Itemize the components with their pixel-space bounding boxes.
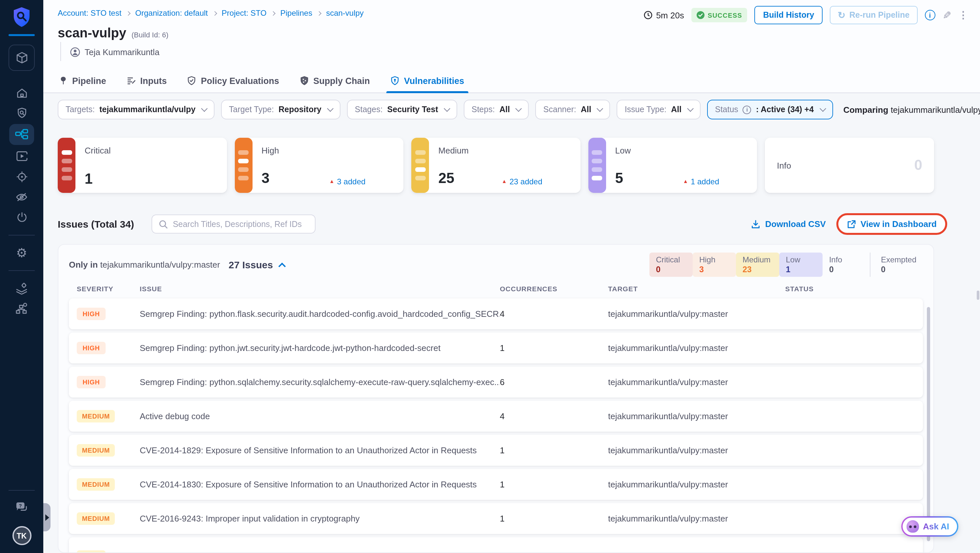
- breadcrumb-organization[interactable]: Organization: default: [135, 8, 208, 18]
- search-box[interactable]: [152, 215, 316, 234]
- table-row[interactable]: HIGH Semgrep Finding: python.flask.secur…: [69, 299, 923, 329]
- breadcrumb-project[interactable]: Project: STO: [222, 8, 267, 18]
- issue-title: CVE-2014-1829: Exposure of Sensitive Inf…: [140, 445, 500, 455]
- card-added[interactable]: ▲3 added: [329, 177, 366, 186]
- table-row[interactable]: MEDIUM CVE-2014-1830: Exposure of Sensit…: [69, 469, 923, 500]
- chip-medium: Medium23: [736, 252, 779, 276]
- user-avatar[interactable]: TK: [12, 526, 31, 545]
- issues-toolbar: Issues (Total 34) Download CSV View in D…: [58, 213, 947, 235]
- chevron-down-icon: [444, 105, 450, 112]
- edit-pencil-icon[interactable]: ✎: [942, 9, 951, 21]
- card-added[interactable]: ▲1 added: [683, 177, 719, 186]
- filter-status[interactable]: Status i : Active (34) +4: [707, 100, 833, 119]
- clock-icon: [643, 11, 653, 20]
- filter-target-type[interactable]: Target Type:Repository: [221, 100, 340, 119]
- tab-supply-chain[interactable]: Supply Chain: [298, 68, 371, 93]
- issue-group-header[interactable]: Only in tejakummarikuntla/vulpy:master 2…: [69, 253, 923, 276]
- col-occurrences: OCCURRENCES: [500, 285, 608, 292]
- download-csv-button[interactable]: Download CSV: [751, 219, 826, 229]
- card-added[interactable]: ▲23 added: [502, 177, 542, 186]
- tab-policy-evaluations[interactable]: Policy Evaluations: [186, 68, 281, 93]
- card-medium[interactable]: Medium 25 ▲23 added: [411, 138, 580, 193]
- severity-badge: MEDIUM: [77, 444, 115, 456]
- sidebar-item-scans[interactable]: [9, 103, 34, 123]
- severity-strip-high: [234, 138, 252, 193]
- page-title: scan-vulpy: [58, 25, 126, 41]
- breadcrumb-account[interactable]: Account: STO test: [58, 8, 121, 18]
- sidebar-item-environments[interactable]: [9, 278, 34, 298]
- breadcrumb-current[interactable]: scan-vulpy: [326, 8, 364, 18]
- tab-bar: Pipeline Inputs Policy Evaluations Suppl…: [58, 68, 465, 93]
- tab-pipeline[interactable]: Pipeline: [58, 68, 108, 93]
- ask-ai-label: Ask AI: [923, 521, 949, 531]
- issue-title: CVE-2016-9243: Improper input validation…: [140, 514, 500, 523]
- cube-icon: [15, 51, 29, 65]
- comparing-text: Comparing tejakummarikuntla/vulpy:master…: [843, 105, 980, 114]
- card-count: 1: [84, 172, 93, 186]
- sidebar-item-targets[interactable]: [9, 167, 34, 186]
- sidebar-item-executions[interactable]: [9, 146, 34, 166]
- table-row[interactable]: MEDIUM Active debug code 4 tejakummariku…: [69, 401, 923, 432]
- sidebar-item-pipelines[interactable]: [9, 124, 34, 145]
- chevron-down-icon: [687, 105, 694, 112]
- shield-check-icon: [187, 76, 196, 85]
- search-input[interactable]: [173, 219, 309, 229]
- ask-ai-button[interactable]: Ask AI: [901, 516, 958, 537]
- card-label: High: [261, 146, 394, 156]
- sidebar-item-home[interactable]: [9, 83, 34, 102]
- card-low[interactable]: Low 5 ▲1 added: [589, 138, 757, 193]
- rerun-pipeline-button[interactable]: ↻ Re-run Pipeline: [830, 6, 917, 24]
- severity-badge: MEDIUM: [77, 410, 115, 423]
- info-icon[interactable]: i: [924, 10, 935, 20]
- filter-stages[interactable]: Stages:Security Test: [347, 100, 457, 119]
- eye-off-icon: [15, 191, 28, 203]
- filter-issue-type[interactable]: Issue Type:All: [617, 100, 700, 119]
- page-scrollbar-thumb[interactable]: [977, 291, 979, 300]
- table-row[interactable]: MEDIUM CVE-2014-1829: Exposure of Sensit…: [69, 435, 923, 466]
- severity-strip-critical: [58, 138, 75, 193]
- list-pencil-icon: [127, 76, 136, 85]
- card-high[interactable]: High 3 ▲3 added: [234, 138, 403, 193]
- network-gear-icon: [15, 302, 28, 315]
- view-in-dashboard-button[interactable]: View in Dashboard: [847, 219, 937, 229]
- card-count: 3: [261, 171, 270, 186]
- kebab-menu-icon[interactable]: ⋮: [958, 9, 968, 21]
- card-count: 0: [914, 158, 922, 173]
- issue-title: Semgrep Finding: python.jwt.security.jwt…: [140, 343, 500, 353]
- card-info[interactable]: Info 0: [765, 138, 934, 193]
- module-selector-button[interactable]: [8, 44, 35, 71]
- card-label: Low: [615, 146, 748, 156]
- issue-title: Active debug code: [140, 411, 500, 421]
- sidebar-item-settings[interactable]: ⚙: [9, 243, 34, 262]
- check-circle-icon: [697, 11, 705, 19]
- sidebar-item-get-started[interactable]: [9, 207, 34, 227]
- shield-nodes-icon: [299, 76, 309, 85]
- chip-exempted: Exempted0: [870, 252, 923, 276]
- shield-search-icon: [16, 106, 28, 119]
- table-row[interactable]: MEDIUM CVE-2016-9243: Improper input val…: [69, 503, 923, 534]
- sidebar-expand-handle[interactable]: [43, 503, 51, 531]
- filter-targets[interactable]: Targets:tejakummarikuntla/vulpy: [58, 100, 215, 119]
- target-value: tejakummarikuntla/vulpy:master: [608, 480, 785, 489]
- sidebar-item-exemptions[interactable]: [9, 187, 34, 207]
- layers-gear-icon: [15, 281, 28, 294]
- chevron-right-icon: [271, 11, 276, 16]
- chip-info: Info0: [822, 252, 866, 276]
- status-badge: SUCCESS: [691, 8, 748, 22]
- table-scrollbar-thumb[interactable]: [927, 307, 930, 541]
- chevron-up-icon[interactable]: [278, 263, 286, 270]
- filter-steps[interactable]: Steps:All: [464, 100, 529, 119]
- table-row-partial[interactable]: [69, 537, 923, 553]
- sidebar-item-infrastructure[interactable]: [9, 299, 34, 318]
- breadcrumb-pipelines[interactable]: Pipelines: [280, 8, 312, 18]
- table-row[interactable]: HIGH Semgrep Finding: python.sqlalchemy.…: [69, 367, 923, 397]
- table-row[interactable]: HIGH Semgrep Finding: python.jwt.securit…: [69, 332, 923, 364]
- card-critical[interactable]: Critical 1 ▲: [58, 138, 227, 193]
- build-history-button[interactable]: Build History: [755, 6, 823, 24]
- tab-vulnerabilities[interactable]: Vulnerabilities: [389, 68, 466, 93]
- triangle-up-icon: ▲: [683, 179, 688, 184]
- occurrences-value: 4: [500, 309, 608, 319]
- tab-inputs[interactable]: Inputs: [125, 68, 168, 93]
- filter-scanner[interactable]: Scanner:All: [536, 100, 610, 119]
- help-button[interactable]: ?: [9, 497, 34, 517]
